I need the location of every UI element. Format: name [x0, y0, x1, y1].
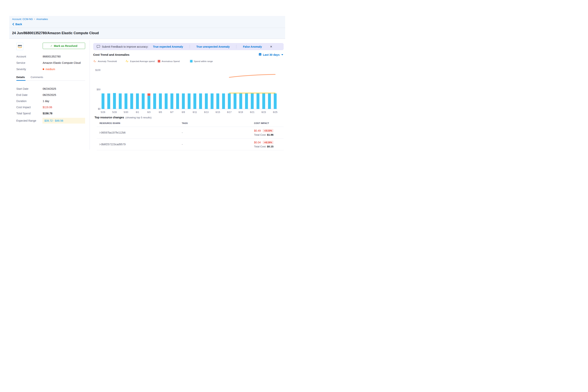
feedback-false-anomaly-button[interactable]: False Anomaly [243, 45, 262, 48]
chart-title: Cost Trend and Anomalies [93, 53, 130, 56]
duration-value: 1 day [43, 100, 49, 102]
svg-text:$50: $50 [97, 88, 100, 91]
svg-text:$100: $100 [95, 69, 100, 72]
date-range-selector[interactable]: Last 30 days [259, 53, 283, 56]
svg-text:$0: $0 [98, 108, 101, 110]
resource-cost-impact: $0.04 +42.26% Total Cost: $0.15 [251, 138, 284, 150]
end-date-row: End Date 06/25/2025 [16, 93, 85, 97]
svg-text:5/30: 5/30 [124, 111, 128, 114]
svg-text:6/25: 6/25 [273, 111, 278, 114]
svg-text:6/7: 6/7 [170, 111, 174, 114]
svg-text:6/1: 6/1 [136, 111, 139, 114]
pulse-icon [93, 60, 96, 63]
service-row: Service Amazon Elastic Compute Cloud [16, 61, 85, 64]
main-content: aws ✓ Mark as Resolved Account 868001352… [0, 39, 294, 150]
cost-change-badge: +42.26% [263, 141, 274, 144]
aws-smile-icon [18, 47, 22, 48]
total-spend-label: Total Spend [16, 112, 43, 115]
start-date-row: Start Date 06/24/2025 [16, 87, 85, 90]
total-cost-value: $0.15 [267, 145, 274, 148]
aws-logo-text: aws [18, 44, 22, 47]
chat-bubble-icon [97, 45, 100, 48]
details-list: Start Date 06/24/2025 End Date 06/25/202… [16, 87, 85, 124]
resource-tags: - [179, 127, 251, 138]
square-swatch-icon [158, 60, 160, 62]
severity-badge: medium [43, 68, 55, 71]
legend-anomalous-spend: Anomalous Spend [158, 60, 190, 62]
svg-text:6/21: 6/21 [250, 111, 254, 114]
date-range-label: Last 30 days [263, 53, 280, 56]
column-cost-impact: COST IMPACT [251, 121, 284, 127]
close-icon[interactable]: ✕ [270, 45, 272, 48]
total-cost-label: Total Cost: [254, 133, 266, 136]
start-date-value: 06/24/2025 [43, 87, 56, 90]
resource-id: i-0b6f257223cad9579 [97, 138, 179, 150]
chevron-right-icon: › [34, 18, 35, 20]
cost-impact-amount: $0.04 [254, 141, 261, 144]
service-label: Service [16, 61, 43, 64]
severity-row: Severity medium [16, 68, 85, 71]
calendar-icon [259, 53, 262, 56]
service-value: Amazon Elastic Compute Cloud [43, 61, 81, 64]
trend-panel: Submit Feedback to improve accuracy: Tru… [90, 39, 284, 150]
caret-down-icon [281, 54, 283, 55]
breadcrumb: Account: CCM-NG › Anomalies [12, 18, 282, 20]
resource-tags: - [179, 138, 251, 150]
expected-range-label: Expected Range [16, 119, 43, 122]
end-date-value: 06/25/2025 [43, 94, 56, 96]
table-row[interactable]: i-0b6f257223cad9579 - $0.04 +42.26% Tota… [97, 138, 284, 150]
back-button[interactable]: Back [12, 23, 26, 26]
page-header: Account: CCM-NG › Anomalies Back 24 Jun/… [9, 16, 285, 39]
feedback-prompt: Submit Feedback to improve accuracy: [102, 45, 148, 48]
svg-text:6/17: 6/17 [227, 111, 232, 114]
square-swatch-icon [190, 60, 192, 62]
resolve-button-label: Mark as Resolved [54, 44, 78, 48]
legend-label: Spend within range [194, 60, 213, 62]
resources-title: Top resource changes [94, 116, 124, 119]
table-row[interactable]: i-06597ba197fe112b6 - $0.49 +33.33% Tota… [97, 127, 284, 138]
back-label: Back [15, 23, 22, 26]
severity-dot-icon [43, 68, 44, 70]
expected-range-row: Expected Range $39.72 - $48.56 [16, 118, 85, 124]
account-value: 868001352780 [43, 55, 60, 58]
mark-as-resolved-button[interactable]: ✓ Mark as Resolved [43, 43, 85, 49]
cost-impact-amount: $0.49 [254, 129, 261, 132]
duration-label: Duration [16, 100, 43, 102]
pulse-icon [126, 60, 129, 63]
severity-label: Severity [16, 68, 43, 71]
feedback-true-expected-button[interactable]: True expected Anomaly [153, 45, 183, 48]
cost-impact-label: Cost Impact [16, 106, 43, 109]
legend-label: Anomaly Threshold [98, 60, 117, 62]
svg-text:6/19: 6/19 [238, 111, 243, 114]
chevron-left-icon [12, 23, 14, 26]
page-title: 24 Jun/868001352780/Amazon Elastic Compu… [12, 31, 282, 35]
resources-subtitle: (showing top 5 results) [126, 116, 152, 119]
svg-text:6/3: 6/3 [148, 111, 151, 114]
resources-table-header: RESOURCE ID/ARN TAGS COST IMPACT [97, 121, 284, 127]
cost-trend-chart[interactable]: $0$50$1005/265/285/306/16/36/56/76/96/11… [93, 68, 278, 114]
tab-comments[interactable]: Comments [30, 76, 43, 80]
svg-text:6/11: 6/11 [193, 111, 197, 114]
column-resource-id: RESOURCE ID/ARN [97, 121, 179, 127]
title-bar: 24 Jun/868001352780/Amazon Elastic Compu… [9, 28, 285, 38]
breadcrumb-anomalies-link[interactable]: Anomalies [36, 18, 48, 20]
feedback-true-unexpected-button[interactable]: True unexpected Anomaly [196, 45, 230, 48]
tab-details[interactable]: Details [16, 76, 25, 80]
severity-value: medium [46, 68, 55, 71]
duration-row: Duration 1 day [16, 99, 85, 103]
cost-impact-row: Cost Impact $119.06 [16, 106, 85, 109]
start-date-label: Start Date [16, 87, 43, 90]
account-label: Account [16, 55, 43, 58]
breadcrumb-account-link[interactable]: Account: CCM-NG [12, 18, 33, 20]
svg-text:6/15: 6/15 [216, 111, 220, 114]
column-tags: TAGS [179, 121, 251, 127]
legend-label: Expected Average spend [130, 60, 155, 62]
total-spend-row: Total Spend $158.78 [16, 112, 85, 115]
svg-text:6/23: 6/23 [262, 111, 266, 114]
resource-cost-impact: $0.49 +33.33% Total Cost: $1.96 [251, 127, 284, 138]
chart-legend: Anomaly Threshold Expected Average spend… [93, 60, 284, 63]
check-icon: ✓ [50, 44, 52, 47]
total-spend-value: $158.78 [43, 112, 52, 115]
legend-spend-within-range: Spend within range [190, 60, 213, 62]
svg-text:5/26: 5/26 [101, 111, 105, 114]
